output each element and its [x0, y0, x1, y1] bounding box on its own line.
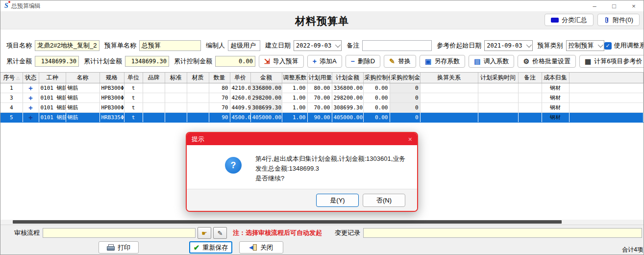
- column-header[interactable]: 调整系数: [282, 73, 307, 83]
- table-cell[interactable]: HPB300Φ: [99, 83, 124, 93]
- table-cell[interactable]: [187, 83, 209, 93]
- table-cell[interactable]: [478, 93, 518, 103]
- table-cell[interactable]: 钢材: [542, 103, 569, 113]
- table-cell[interactable]: 0.00: [363, 83, 390, 93]
- no-button[interactable]: 否(N): [363, 194, 405, 207]
- table-cell[interactable]: 钢筋: [66, 103, 99, 113]
- horizontal-scrollbar[interactable]: [0, 220, 644, 225]
- table-cell[interactable]: 0.00: [363, 113, 390, 123]
- table-cell[interactable]: [518, 113, 542, 123]
- maximize-button[interactable]: □: [604, 0, 624, 11]
- add-row-button[interactable]: +添加A: [307, 55, 342, 68]
- table-cell[interactable]: [420, 83, 478, 93]
- scrollbar-thumb[interactable]: [13, 220, 562, 224]
- column-header[interactable]: 采购控制价: [363, 73, 390, 83]
- change-record-input[interactable]: [363, 228, 642, 238]
- print-button[interactable]: 打印: [99, 241, 139, 254]
- table-row[interactable]: 1+0101 钢筋钢筋HPB300Φt804210.00336800.001.0…: [0, 83, 644, 93]
- column-header[interactable]: 工种: [39, 73, 66, 83]
- table-cell[interactable]: 4500.00: [230, 113, 250, 123]
- table-cell[interactable]: 钢材: [542, 113, 569, 123]
- table-cell[interactable]: 0101 钢筋: [39, 103, 66, 113]
- price-batch-button[interactable]: ⚙价格批量设置: [518, 55, 576, 68]
- project-name-input[interactable]: [35, 40, 99, 51]
- table-cell[interactable]: t: [124, 113, 143, 123]
- table-cell[interactable]: [518, 103, 542, 113]
- table-cell[interactable]: [420, 113, 478, 123]
- attachment-button[interactable]: 附件(0): [597, 14, 640, 26]
- column-header[interactable]: 状态: [23, 73, 39, 83]
- table-cell[interactable]: [518, 83, 542, 93]
- table-cell[interactable]: [478, 113, 518, 123]
- cum-amount-field[interactable]: [35, 56, 79, 67]
- table-cell[interactable]: 405000.00: [332, 113, 363, 123]
- column-header[interactable]: 规格: [99, 73, 124, 83]
- table-cell[interactable]: 70: [209, 103, 230, 113]
- table-cell[interactable]: +: [23, 93, 39, 103]
- table-cell[interactable]: [165, 113, 187, 123]
- table-cell[interactable]: 70: [209, 93, 230, 103]
- budget-type-select[interactable]: 控制预算: [566, 40, 604, 51]
- load-coefficient-button[interactable]: ▤调入系数: [469, 55, 514, 68]
- table-cell[interactable]: 90.00: [307, 113, 332, 123]
- table-cell[interactable]: [420, 103, 478, 113]
- table-cell[interactable]: [478, 103, 518, 113]
- table-cell[interactable]: [187, 103, 209, 113]
- table-row[interactable]: 3+0101 钢筋钢筋HPB300Φt704260.00298200.001.0…: [0, 93, 644, 103]
- table-cell[interactable]: 336800.00: [250, 83, 282, 93]
- table-row[interactable]: 5+0101 钢筋钢筋HRB335Φt904500.00405000.001.0…: [0, 113, 644, 123]
- table-cell[interactable]: 80.00: [307, 83, 332, 93]
- column-header[interactable]: 计划用量: [307, 73, 332, 83]
- table-cell[interactable]: 钢筋: [66, 113, 99, 123]
- dialog-close-icon[interactable]: ×: [408, 135, 412, 143]
- table-cell[interactable]: [165, 83, 187, 93]
- table-cell[interactable]: 298200.00: [250, 93, 282, 103]
- table-cell[interactable]: 0.00: [363, 103, 390, 113]
- table-cell[interactable]: 5: [0, 113, 23, 123]
- table-cell[interactable]: 1.00: [282, 83, 307, 93]
- column-header[interactable]: 成本归集: [542, 73, 569, 83]
- table-cell[interactable]: 0: [390, 83, 420, 93]
- table-cell[interactable]: t: [124, 93, 143, 103]
- table-cell[interactable]: 1: [0, 83, 23, 93]
- column-header[interactable]: 换算关系: [420, 73, 478, 83]
- table-cell[interactable]: [187, 93, 209, 103]
- import-budget-button[interactable]: ⇲导入预算: [259, 55, 304, 68]
- close-form-button[interactable]: 关闭: [239, 241, 283, 254]
- table-cell[interactable]: 336800.00: [332, 83, 363, 93]
- table-cell[interactable]: +: [23, 113, 39, 123]
- table-cell[interactable]: [143, 83, 165, 93]
- table-cell[interactable]: HRB335Φ: [99, 113, 124, 123]
- select-flow-button[interactable]: ☛: [198, 227, 211, 239]
- cum-control-field[interactable]: [215, 56, 255, 67]
- table-cell[interactable]: 4260.00: [230, 93, 250, 103]
- use-adjust-checkbox[interactable]: ✓ 使用调整系数: [604, 41, 644, 50]
- compiler-field[interactable]: [228, 40, 260, 51]
- column-header[interactable]: 单价: [230, 73, 250, 83]
- table-cell[interactable]: 0: [390, 93, 420, 103]
- table-cell[interactable]: 4: [0, 103, 23, 113]
- column-header[interactable]: 采购控制金额: [390, 73, 420, 83]
- calc-reference-button[interactable]: ▦计算6项目参考价: [579, 55, 644, 68]
- table-cell[interactable]: 0101 钢筋: [39, 113, 66, 123]
- table-cell[interactable]: 4210.00: [230, 83, 250, 93]
- column-header[interactable]: 名称: [66, 73, 99, 83]
- table-cell[interactable]: 1.00: [282, 93, 307, 103]
- column-header[interactable]: 材质: [187, 73, 209, 83]
- table-cell[interactable]: 0101 钢筋: [39, 83, 66, 93]
- close-button[interactable]: ×: [624, 0, 644, 11]
- table-cell[interactable]: [420, 93, 478, 103]
- delete-row-button[interactable]: −删除D: [346, 55, 381, 68]
- sheet-name-input[interactable]: [139, 40, 201, 51]
- table-cell[interactable]: 钢材: [542, 83, 569, 93]
- table-cell[interactable]: [165, 93, 187, 103]
- column-header[interactable]: 品牌: [143, 73, 165, 83]
- ref-date-select[interactable]: 2021-09-03: [484, 40, 532, 51]
- table-cell[interactable]: 0: [390, 113, 420, 123]
- table-cell[interactable]: [518, 93, 542, 103]
- resave-button[interactable]: ✔ 重新保存: [189, 241, 232, 254]
- column-header[interactable]: 单位: [124, 73, 143, 83]
- column-header[interactable]: 标准: [165, 73, 187, 83]
- table-cell[interactable]: [143, 113, 165, 123]
- review-flow-input[interactable]: [43, 228, 196, 238]
